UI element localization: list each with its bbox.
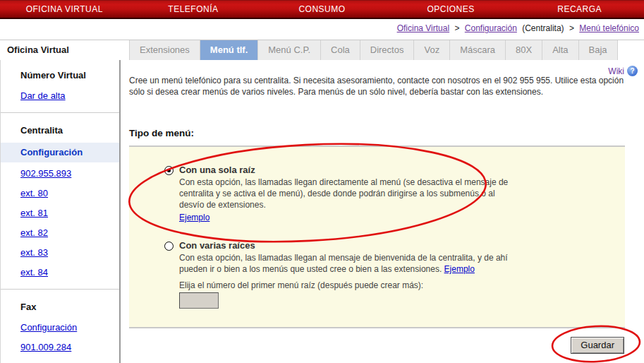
sidebar-link-ext80[interactable]: ext. 80 — [20, 188, 48, 198]
sidebar-link-902955893[interactable]: 902.955.893 — [20, 168, 71, 179]
breadcrumb: Oficina Virtual > Configuración (Central… — [396, 23, 640, 33]
sidebar-link-ext82[interactable]: ext. 82 — [20, 227, 48, 238]
radio-multi-root[interactable] — [164, 242, 174, 251]
menu-type-panel: Con una sola raíz Con esta opción, las l… — [129, 145, 625, 328]
root-number-input[interactable] — [179, 292, 219, 309]
sidebar-item-fax-configuracion: Configuración — [1, 318, 119, 338]
breadcrumb-separator: > — [454, 23, 459, 33]
breadcrumb-link-oficina-virtual[interactable]: Oficina Virtual — [397, 23, 449, 33]
tab-mascara[interactable]: Máscara — [450, 40, 506, 60]
breadcrumb-link-menu-telefonico[interactable]: Menú telefónico — [579, 23, 639, 33]
nav-item-consumo[interactable]: CONSUMO — [257, 4, 387, 14]
main-content: Wiki ? Cree un menú telefónico para su c… — [122, 60, 644, 363]
option-single-root-body: Con una sola raíz Con esta opción, las l… — [179, 165, 509, 223]
option-multi-root-label[interactable]: Con varias raíces — [179, 240, 509, 251]
tab-extensiones[interactable]: Extensiones — [129, 40, 200, 60]
example-link-single-root[interactable]: Ejemplo — [179, 213, 209, 222]
tab-voz[interactable]: Voz — [414, 40, 450, 60]
option-single-root: Con una sola raíz Con esta opción, las l… — [164, 165, 625, 223]
root-number-prompt: Elija el número del primer menú raíz (de… — [179, 280, 509, 290]
sidebar-link-901009284[interactable]: 901.009.284 — [20, 342, 71, 352]
option-multi-root-body: Con varias raíces Con esta opción, las l… — [179, 240, 509, 309]
option-multi-root-description: Con esta opción, las llamadas llegan al … — [179, 252, 509, 275]
sidebar-item-ext82: ext. 82 — [1, 223, 119, 243]
sidebar-link-ext83[interactable]: ext. 83 — [20, 247, 48, 258]
sidebar-link-ext84[interactable]: ext. 84 — [20, 267, 48, 278]
breadcrumb-separator: > — [569, 23, 574, 33]
nav-item-recarga[interactable]: RECARGA — [515, 4, 644, 14]
breadcrumb-link-configuracion[interactable]: Configuración — [465, 23, 517, 33]
sidebar-item-ext84: ext. 84 — [1, 263, 119, 282]
sidebar-heading-fax: Fax — [1, 296, 119, 318]
nav-item-telefonia[interactable]: TELEFONÍA — [129, 4, 258, 14]
sidebar: Número Virtual Dar de alta Centralita Co… — [0, 60, 121, 363]
sidebar-item-902955893: 902.955.893 — [1, 164, 119, 184]
tab-80x[interactable]: 80X — [506, 40, 542, 60]
tab-alta[interactable]: Alta — [542, 40, 578, 60]
option-multi-root: Con varias raíces Con esta opción, las l… — [164, 240, 625, 309]
wiki-link-row: Wiki ? — [608, 66, 638, 76]
sidebar-item-configuracion-selected[interactable]: Configuración — [1, 143, 119, 162]
sidebar-divider — [1, 112, 119, 113]
tab-bar: Oficina Virtual Extensiones Menú tlf. Me… — [0, 40, 644, 60]
radio-single-root[interactable] — [164, 166, 174, 175]
sidebar-item-ext83: ext. 83 — [1, 243, 119, 263]
tab-baja[interactable]: Baja — [579, 40, 618, 60]
nav-item-opciones[interactable]: OPCIONES — [387, 4, 516, 14]
oficina-virtual-page: OFICINA VIRTUAL TELEFONÍA CONSUMO OPCION… — [0, 0, 644, 363]
tab-cola[interactable]: Cola — [321, 40, 360, 60]
sidebar-link-fax-configuracion[interactable]: Configuración — [20, 322, 77, 333]
wiki-link[interactable]: Wiki — [608, 66, 624, 76]
sidebar-item-ext80: ext. 80 — [1, 184, 119, 203]
option-single-root-description: Con esta opción, las llamadas llegan dir… — [179, 177, 509, 210]
sidebar-item-901009284: 901.009.284 — [1, 338, 119, 357]
sidebar-heading-centralita: Centralita — [1, 119, 119, 141]
sidebar-item-dar-de-alta: Dar de alta — [1, 86, 119, 106]
sidebar-link-ext81[interactable]: ext. 81 — [20, 208, 48, 218]
tab-directos[interactable]: Directos — [360, 40, 415, 60]
sidebar-item-ext81: ext. 81 — [1, 203, 119, 223]
sidebar-heading-numero-virtual: Número Virtual — [1, 64, 119, 86]
tab-menu-tlf[interactable]: Menú tlf. — [200, 40, 258, 60]
tab-menu-cp[interactable]: Menú C.P. — [258, 40, 321, 60]
top-navigation-bar: OFICINA VIRTUAL TELEFONÍA CONSUMO OPCION… — [0, 0, 644, 19]
sidebar-link-dar-de-alta[interactable]: Dar de alta — [20, 90, 66, 101]
save-button[interactable]: Guardar — [571, 337, 624, 354]
help-question-icon[interactable]: ? — [627, 66, 638, 76]
sidebar-divider — [1, 289, 119, 290]
intro-text: Cree un menú telefónico para su centrali… — [129, 76, 627, 97]
menu-type-title: Tipo de menú: — [129, 128, 194, 138]
section-title-oficina-virtual: Oficina Virtual — [0, 40, 121, 60]
option-single-root-label[interactable]: Con una sola raíz — [179, 165, 509, 175]
breadcrumb-context-label: (Centralita) — [522, 23, 564, 33]
tabs-container: Extensiones Menú tlf. Menú C.P. Cola Dir… — [129, 40, 644, 60]
example-link-multi-root[interactable]: Ejemplo — [444, 264, 475, 274]
nav-item-oficina-virtual[interactable]: OFICINA VIRTUAL — [0, 4, 129, 14]
